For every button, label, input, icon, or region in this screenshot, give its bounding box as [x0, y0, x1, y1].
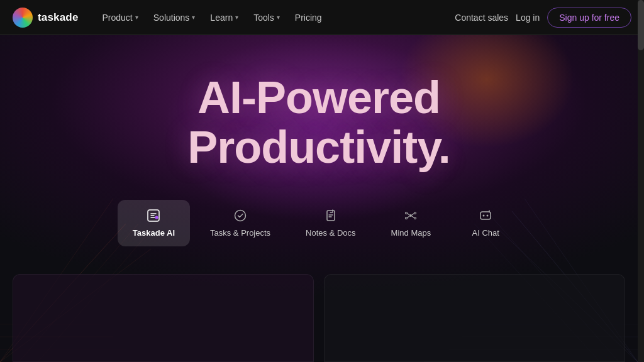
feature-tabs: Taskade AI Tasks & Projects Notes & Docs: [115, 197, 523, 249]
svg-point-19: [155, 216, 158, 219]
scrollbar-thumb[interactable]: [638, 0, 644, 50]
svg-point-25: [414, 217, 416, 219]
signup-button[interactable]: Sign up for free: [547, 8, 631, 28]
nav-links: Product ▾ Solutions ▾ Learn ▾ Tools ▾ Pr…: [96, 9, 328, 26]
tab-ai-chat-label: AI Chat: [472, 228, 499, 238]
svg-line-27: [412, 214, 414, 216]
tab-notes-docs-label: Notes & Docs: [306, 228, 355, 238]
tab-ai-chat[interactable]: AI Chat: [451, 200, 520, 246]
hero-title: AI-Powered Productivity.: [187, 73, 450, 172]
logo[interactable]: taskade: [13, 8, 79, 28]
svg-rect-30: [480, 212, 491, 219]
taskade-ai-icon: [147, 209, 160, 224]
hero-section: AI-Powered Productivity. Taskade AI: [0, 35, 638, 362]
tasks-projects-icon: [233, 209, 247, 224]
svg-line-28: [408, 216, 410, 218]
navbar: taskade Product ▾ Solutions ▾ Learn ▾ To…: [0, 0, 644, 35]
panel-left: [13, 274, 314, 362]
contact-sales-link[interactable]: Contact sales: [455, 13, 508, 23]
nav-item-product[interactable]: Product ▾: [96, 9, 145, 26]
tab-tasks-projects[interactable]: Tasks & Projects: [195, 200, 286, 246]
logo-icon: [13, 8, 33, 28]
tab-tasks-projects-label: Tasks & Projects: [210, 228, 270, 238]
navbar-left: taskade Product ▾ Solutions ▾ Learn ▾ To…: [13, 8, 328, 28]
chevron-down-icon: ▾: [277, 14, 280, 21]
tab-mind-maps[interactable]: Mind Maps: [376, 200, 447, 246]
nav-item-tools[interactable]: Tools ▾: [247, 9, 286, 26]
navbar-right: Contact sales Log in Sign up for free: [455, 8, 631, 28]
panel-right: [324, 274, 625, 362]
chevron-down-icon: ▾: [235, 14, 238, 21]
hero-content: AI-Powered Productivity.: [187, 73, 450, 172]
mind-maps-icon: [404, 209, 418, 224]
svg-point-31: [483, 215, 485, 217]
svg-point-20: [235, 211, 246, 221]
tab-notes-docs[interactable]: Notes & Docs: [291, 200, 370, 246]
tab-taskade-ai-label: Taskade AI: [133, 228, 175, 238]
svg-point-22: [406, 212, 408, 214]
svg-line-29: [412, 216, 414, 218]
scrollbar[interactable]: [638, 0, 644, 362]
bottom-panels: [0, 274, 638, 362]
ai-chat-icon: [479, 209, 492, 224]
chevron-down-icon: ▾: [135, 14, 138, 21]
tab-mind-maps-label: Mind Maps: [391, 228, 431, 238]
nav-item-pricing[interactable]: Pricing: [289, 9, 328, 26]
svg-point-24: [406, 217, 408, 219]
notes-docs-icon: [324, 209, 338, 224]
logo-text: taskade: [38, 11, 79, 24]
nav-item-learn[interactable]: Learn ▾: [204, 9, 245, 26]
svg-point-23: [414, 212, 416, 214]
login-link[interactable]: Log in: [516, 13, 540, 23]
svg-point-32: [487, 215, 489, 217]
nav-item-solutions[interactable]: Solutions ▾: [147, 9, 202, 26]
svg-point-21: [409, 214, 412, 217]
tab-taskade-ai[interactable]: Taskade AI: [118, 200, 190, 246]
chevron-down-icon: ▾: [192, 14, 195, 21]
svg-line-26: [408, 214, 410, 216]
